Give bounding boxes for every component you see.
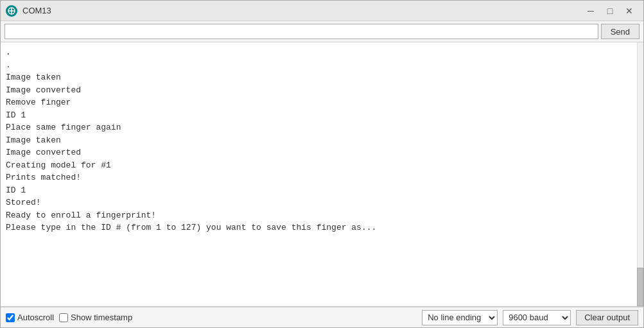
timestamp-checkbox[interactable] xyxy=(59,313,68,322)
autoscroll-text: Autoscroll xyxy=(17,313,54,322)
baud-rate-dropdown[interactable]: 300 baud 1200 baud 2400 baud 4800 baud 9… xyxy=(503,310,571,325)
send-button[interactable]: Send xyxy=(601,24,640,39)
window-controls: ─ □ ✕ xyxy=(582,4,638,17)
timestamp-text: Show timestamp xyxy=(71,313,132,322)
timestamp-label[interactable]: Show timestamp xyxy=(59,313,132,322)
output-area: . . Image taken Image converted Remove f… xyxy=(1,42,643,307)
autoscroll-label[interactable]: Autoscroll xyxy=(6,313,54,322)
send-toolbar: Send xyxy=(1,21,643,42)
minimize-button[interactable]: ─ xyxy=(582,4,600,17)
serial-monitor-window: COM13 ─ □ ✕ Send . . Image taken Image c… xyxy=(0,0,644,328)
scrollbar-track[interactable] xyxy=(637,42,643,306)
window-title: COM13 xyxy=(22,6,582,15)
maximize-button[interactable]: □ xyxy=(601,4,619,17)
close-button[interactable]: ✕ xyxy=(620,4,638,17)
status-bar: Autoscroll Show timestamp No line ending… xyxy=(1,307,643,327)
line-ending-dropdown[interactable]: No line ending Newline Carriage return B… xyxy=(422,310,498,325)
title-bar: COM13 ─ □ ✕ xyxy=(1,1,643,21)
autoscroll-checkbox[interactable] xyxy=(6,313,15,322)
output-text: . . Image taken Image converted Remove f… xyxy=(6,46,638,234)
scrollbar-thumb[interactable] xyxy=(637,268,643,306)
clear-output-button[interactable]: Clear output xyxy=(576,310,638,325)
app-logo xyxy=(6,5,17,17)
send-input[interactable] xyxy=(4,24,598,39)
